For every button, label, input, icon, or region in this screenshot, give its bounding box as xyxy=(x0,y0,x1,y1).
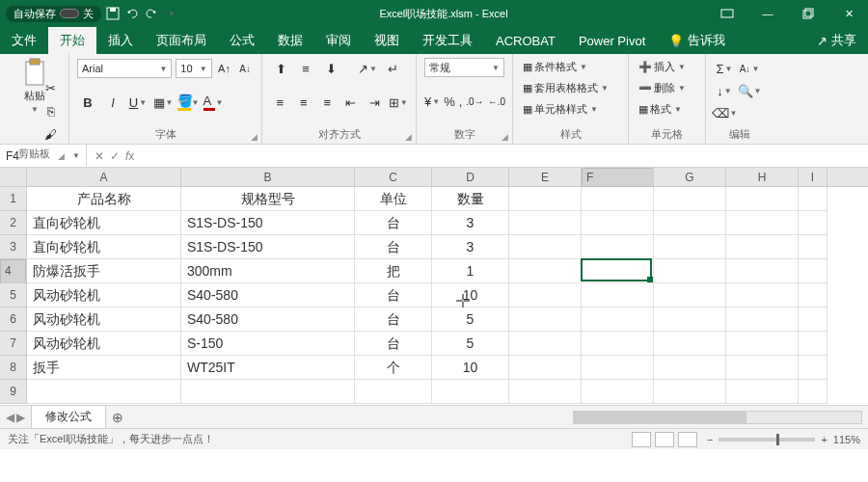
row-header[interactable]: 1 xyxy=(0,187,26,211)
sheet-nav-next-icon[interactable]: ▶ xyxy=(16,411,25,424)
increase-font-icon[interactable]: A↑ xyxy=(216,58,233,79)
select-all-corner[interactable] xyxy=(0,168,27,187)
tab-page-layout[interactable]: 页面布局 xyxy=(145,27,218,54)
column-header[interactable]: F xyxy=(582,168,654,187)
cell[interactable] xyxy=(432,380,509,404)
dialog-launcher-icon[interactable]: ◢ xyxy=(405,132,412,142)
insert-cells-button[interactable]: ➕插入▼ xyxy=(637,58,697,76)
cell[interactable] xyxy=(654,211,726,235)
row-header[interactable]: 9 xyxy=(0,380,26,404)
sheet-nav-prev-icon[interactable]: ◀ xyxy=(6,411,14,424)
cell[interactable] xyxy=(509,211,582,235)
fx-icon[interactable]: fx xyxy=(125,149,134,163)
cell[interactable] xyxy=(582,235,654,259)
undo-icon[interactable] xyxy=(124,6,140,21)
decrease-decimal-icon[interactable]: ←.0 xyxy=(488,91,505,112)
spreadsheet-grid[interactable]: ABCDEFGHI 123456789 产品名称规格型号单位数量直向砂轮机S1S… xyxy=(0,168,868,405)
column-header[interactable]: A xyxy=(27,168,181,186)
cell[interactable]: 台 xyxy=(355,211,432,235)
delete-cells-button[interactable]: ➖删除▼ xyxy=(637,79,697,97)
cell[interactable] xyxy=(726,356,799,380)
cell[interactable] xyxy=(799,187,827,211)
row-header[interactable]: 4 xyxy=(0,259,26,283)
cell[interactable]: 风动砂轮机 xyxy=(27,283,181,308)
column-header[interactable]: B xyxy=(181,168,355,186)
tab-data[interactable]: 数据 xyxy=(266,27,314,54)
normal-view-icon[interactable] xyxy=(632,432,651,447)
percent-icon[interactable]: % xyxy=(444,91,455,112)
cell[interactable]: 扳手 xyxy=(27,356,181,380)
cell[interactable]: 3 xyxy=(432,235,509,259)
redo-icon[interactable] xyxy=(144,6,159,21)
row-header[interactable]: 3 xyxy=(0,235,26,259)
cell[interactable] xyxy=(654,308,726,332)
merge-cells-icon[interactable]: ⊞▼ xyxy=(389,92,409,113)
row-header[interactable]: 6 xyxy=(0,308,26,332)
cell[interactable]: WT25IT xyxy=(181,356,355,380)
column-header[interactable]: C xyxy=(355,168,432,186)
cell[interactable] xyxy=(654,380,726,404)
cell[interactable] xyxy=(582,211,654,235)
cell[interactable] xyxy=(181,380,355,404)
tab-developer[interactable]: 开发工具 xyxy=(411,27,484,54)
cell[interactable]: 300mm xyxy=(181,259,355,283)
cell[interactable]: S40-580 xyxy=(181,283,355,308)
increase-decimal-icon[interactable]: .0→ xyxy=(466,91,483,112)
cell[interactable]: 5 xyxy=(432,308,509,332)
align-bottom-icon[interactable]: ⬇ xyxy=(320,58,341,79)
increase-indent-icon[interactable]: ⇥ xyxy=(365,92,385,113)
close-button[interactable]: ✕ xyxy=(829,0,868,27)
font-name-select[interactable]: Arial▼ xyxy=(77,59,172,78)
cell[interactable] xyxy=(799,235,827,259)
cell[interactable]: S-150 xyxy=(181,332,355,356)
cell[interactable] xyxy=(799,259,827,283)
cell[interactable]: 3 xyxy=(432,211,509,235)
cell[interactable] xyxy=(726,187,799,211)
cell[interactable] xyxy=(799,211,827,235)
column-header[interactable]: G xyxy=(654,168,726,186)
cell[interactable]: 台 xyxy=(355,332,432,356)
find-icon[interactable]: 🔍▼ xyxy=(739,80,760,101)
cell[interactable] xyxy=(726,235,799,259)
cell[interactable]: 单位 xyxy=(355,187,432,211)
cell[interactable]: 台 xyxy=(355,235,432,259)
cell[interactable]: S40-580 xyxy=(181,308,355,332)
align-right-icon[interactable]: ≡ xyxy=(317,92,338,113)
column-header[interactable]: D xyxy=(432,168,509,186)
decrease-indent-icon[interactable]: ⇤ xyxy=(341,92,362,113)
cell[interactable] xyxy=(582,356,654,380)
cell[interactable]: 10 xyxy=(432,283,509,308)
tab-formulas[interactable]: 公式 xyxy=(218,27,266,54)
minimize-button[interactable]: — xyxy=(748,0,787,27)
cell[interactable] xyxy=(509,308,582,332)
cell[interactable] xyxy=(509,259,582,283)
cell[interactable] xyxy=(654,187,726,211)
cell[interactable] xyxy=(726,259,799,283)
row-header[interactable]: 5 xyxy=(0,283,26,308)
horizontal-scrollbar[interactable] xyxy=(573,411,862,424)
cell[interactable] xyxy=(582,283,654,308)
fill-icon[interactable]: ↓▼ xyxy=(714,80,735,101)
page-break-view-icon[interactable] xyxy=(678,432,697,447)
column-header[interactable]: E xyxy=(509,168,582,186)
cell[interactable] xyxy=(582,380,654,404)
cell[interactable] xyxy=(726,380,799,404)
row-header[interactable]: 8 xyxy=(0,356,26,380)
cell[interactable] xyxy=(27,380,181,404)
cell[interactable]: 直向砂轮机 xyxy=(27,235,181,259)
cell[interactable] xyxy=(509,235,582,259)
tell-me[interactable]: 💡告诉我 xyxy=(657,27,737,54)
tab-home[interactable]: 开始 xyxy=(48,27,96,54)
cell[interactable] xyxy=(582,259,654,283)
cell[interactable] xyxy=(799,380,827,404)
save-icon[interactable] xyxy=(105,6,121,21)
row-header[interactable]: 2 xyxy=(0,211,26,235)
column-header[interactable]: H xyxy=(726,168,799,186)
cell[interactable]: 1 xyxy=(432,259,509,283)
cell[interactable]: 风动砂轮机 xyxy=(27,308,181,332)
cell[interactable]: S1S-DS-150 xyxy=(181,235,355,259)
zoom-level[interactable]: 115% xyxy=(833,434,860,445)
zoom-slider[interactable] xyxy=(719,438,815,442)
cell[interactable] xyxy=(799,283,827,308)
tab-view[interactable]: 视图 xyxy=(363,27,411,54)
